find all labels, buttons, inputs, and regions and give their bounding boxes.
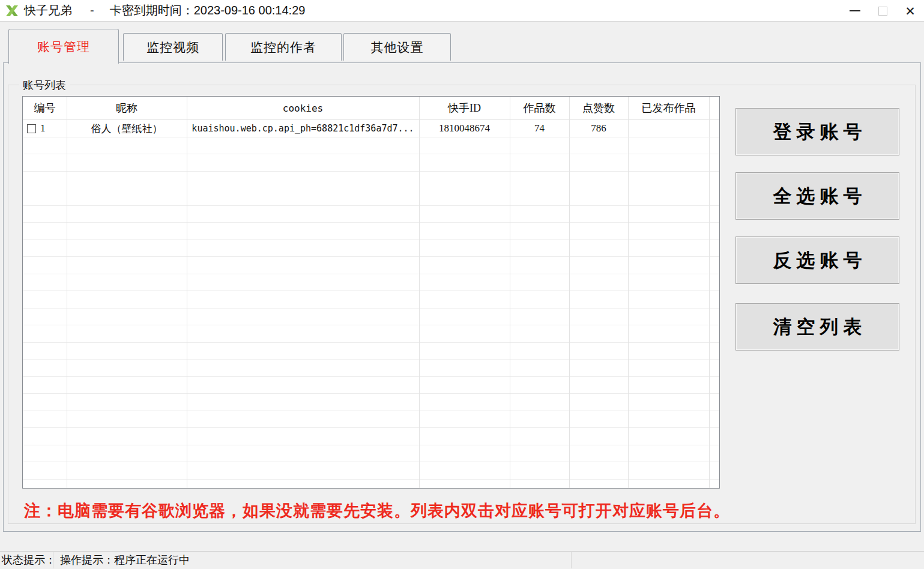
cell-kuaishou-id: 1810048674 xyxy=(419,122,510,134)
table-header-row: 编号 昵称 cookies 快手ID 作品数 点赞数 已发布作品 xyxy=(23,97,719,120)
app-title: 快子兄弟 xyxy=(24,2,72,19)
header-likes-count: 点赞数 xyxy=(569,101,628,115)
status-label: 状态提示： xyxy=(2,552,56,569)
column-divider xyxy=(419,97,420,488)
cell-cookies: kuaishou.web.cp.api_ph=68821c1df36a7d7..… xyxy=(187,123,419,134)
minimize-button[interactable] xyxy=(841,0,869,22)
account-table[interactable]: 编号 昵称 cookies 快手ID 作品数 点赞数 已发布作品 1 俗人（壁纸… xyxy=(22,96,720,489)
minimize-icon xyxy=(850,10,860,11)
cell-number: 1 xyxy=(23,122,67,134)
cell-works-count: 74 xyxy=(510,122,569,134)
account-list-label: 账号列表 xyxy=(19,78,70,92)
card-expiry-time: 卡密到期时间：2023-09-16 00:14:29 xyxy=(110,2,306,19)
login-account-button[interactable]: 登录账号 xyxy=(735,108,899,155)
app-logo-icon xyxy=(5,4,19,18)
row-checkbox[interactable] xyxy=(27,124,36,133)
tab-monitored-authors[interactable]: 监控的作者 xyxy=(225,33,342,61)
titlebar: 快子兄弟 - 卡密到期时间：2023-09-16 00:14:29 ✕ xyxy=(0,0,924,22)
invert-select-button[interactable]: 反选账号 xyxy=(735,236,899,284)
column-divider xyxy=(187,97,187,488)
header-published: 已发布作品 xyxy=(628,101,709,115)
column-divider xyxy=(569,97,570,488)
header-works-count: 作品数 xyxy=(510,101,569,115)
tab-other-settings[interactable]: 其他设置 xyxy=(343,33,451,61)
cell-likes-count: 786 xyxy=(569,122,628,134)
close-icon: ✕ xyxy=(905,5,916,17)
column-divider xyxy=(709,97,710,488)
tab-monitor-videos[interactable]: 监控视频 xyxy=(123,33,223,61)
header-cookies: cookies xyxy=(187,103,419,114)
header-kuaishou-id: 快手ID xyxy=(419,101,510,115)
window-controls: ✕ xyxy=(841,0,924,22)
statusbar: 状态提示： 操作提示：程序正在运行中 xyxy=(0,551,924,569)
column-divider xyxy=(67,97,67,488)
tab-account-management[interactable]: 账号管理 xyxy=(8,29,119,64)
select-all-button[interactable]: 全选账号 xyxy=(735,172,899,220)
operation-status: 操作提示：程序正在运行中 xyxy=(60,552,190,569)
cell-nickname: 俗人（壁纸社） xyxy=(67,122,187,136)
clear-list-button[interactable]: 清空列表 xyxy=(735,303,899,351)
column-divider xyxy=(510,97,510,488)
header-number: 编号 xyxy=(23,101,67,115)
maximize-button xyxy=(869,0,896,22)
column-divider xyxy=(628,97,629,488)
close-button[interactable]: ✕ xyxy=(896,0,924,22)
table-row[interactable]: 1 俗人（壁纸社） kuaishou.web.cp.api_ph=68821c1… xyxy=(23,120,719,137)
header-nickname: 昵称 xyxy=(67,101,187,115)
chrome-required-note: 注：电脑需要有谷歌浏览器，如果没就需要先安装。列表内双击对应账号可打开对应账号后… xyxy=(24,500,805,522)
status-divider xyxy=(53,552,53,568)
empty-rows-area xyxy=(23,137,719,488)
title-dash: - xyxy=(90,4,94,17)
status-divider xyxy=(571,552,572,568)
row-number: 1 xyxy=(40,122,46,134)
maximize-icon xyxy=(878,7,887,16)
